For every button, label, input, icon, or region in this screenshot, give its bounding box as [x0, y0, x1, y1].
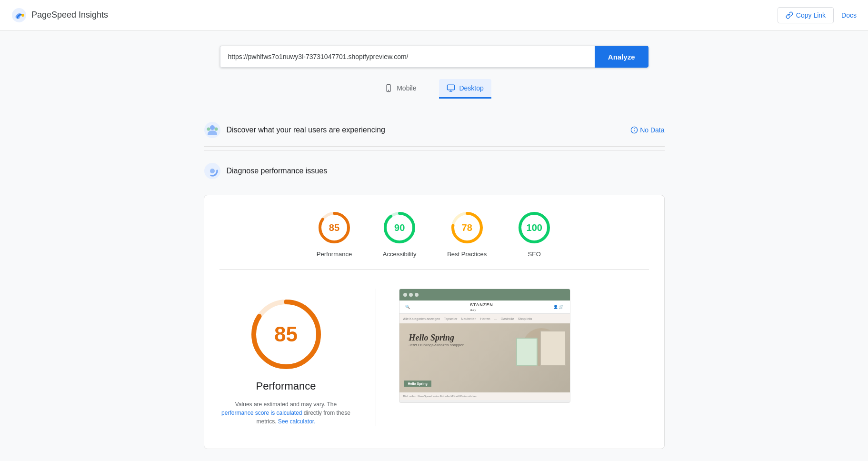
dot-1	[403, 293, 407, 297]
svg-point-9	[207, 128, 210, 131]
copy-link-label: Copy Link	[796, 11, 826, 19]
perf-left: 85 Performance Values are estimated and …	[219, 289, 353, 426]
tab-mobile-label: Mobile	[397, 84, 416, 92]
screenshot-logo: STANZENHey	[470, 302, 493, 312]
menu-item-2: Topseller	[444, 317, 457, 321]
hero-subtitle: Jetzt Frühlings-Stanzen shoppen	[409, 343, 465, 347]
dot-2	[409, 293, 413, 297]
menu-item-3: Neuheiten	[461, 317, 476, 321]
screenshot-footer-text: Bild zeilen: Neu-Speed suite Aktuelle Mö…	[403, 395, 478, 398]
score-item-seo[interactable]: 100 SEO	[517, 210, 551, 258]
svg-point-16	[210, 169, 215, 173]
perf-right: 🔍 STANZENHey 👤 🛒 Alle Kategorien anzeige…	[399, 289, 649, 403]
top-right: Copy Link Docs	[778, 7, 857, 23]
no-data-label: No Data	[640, 126, 664, 134]
url-bar-wrapper: https://pwhlfws7o1nuwy3l-73731047701.sho…	[220, 46, 649, 68]
section-divider-1	[204, 150, 665, 151]
menu-item-6: Gastrolle	[501, 317, 514, 321]
diagnose-title: Diagnose performance issues	[227, 167, 328, 175]
perf-divider	[376, 289, 376, 426]
svg-rect-4	[448, 85, 455, 90]
svg-point-8	[210, 125, 215, 130]
score-circle-seo: 100	[517, 210, 551, 245]
real-users-icon	[204, 121, 221, 139]
pagespeed-logo-icon	[11, 8, 27, 23]
screenshot-menu-bar: Alle Kategorien anzeigen Topseller Neuhe…	[399, 314, 570, 323]
big-score-number: 85	[274, 322, 298, 346]
perf-note-text: Values are estimated and may vary. The	[235, 401, 337, 408]
score-circle-performance: 85	[317, 210, 351, 245]
score-circle-best-practices: 78	[450, 210, 484, 245]
scores-row: 85 Performance 90 Accessibility	[219, 210, 649, 258]
menu-item-1: Alle Kategorien anzeigen	[403, 317, 440, 321]
dot-3	[415, 293, 419, 297]
score-item-accessibility[interactable]: 90 Accessibility	[382, 210, 417, 258]
main-content: https://pwhlfws7o1nuwy3l-73731047701.sho…	[196, 30, 672, 461]
perf-score-link[interactable]: performance score is calculated	[221, 410, 302, 416]
real-users-section: Discover what your real users are experi…	[204, 114, 665, 147]
site-screenshot: 🔍 STANZENHey 👤 🛒 Alle Kategorien anzeige…	[399, 289, 570, 403]
screenshot-icons: 👤 🛒	[553, 305, 564, 309]
screenshot-footer: Bild zeilen: Neu-Speed suite Aktuelle Mö…	[399, 392, 570, 400]
score-item-best-practices[interactable]: 78 Best Practices	[447, 210, 487, 258]
score-label-best-practices: Best Practices	[447, 251, 487, 258]
no-data-link[interactable]: No Data	[630, 126, 664, 134]
screenshot-header	[399, 289, 570, 301]
info-icon	[630, 126, 638, 134]
score-number-accessibility: 90	[394, 222, 405, 233]
scores-card: 85 Performance 90 Accessibility	[204, 195, 665, 449]
tab-desktop-label: Desktop	[459, 84, 483, 92]
score-number-seo: 100	[527, 222, 542, 233]
docs-link[interactable]: Docs	[841, 11, 857, 19]
url-input[interactable]: https://pwhlfws7o1nuwy3l-73731047701.sho…	[220, 46, 595, 68]
tabs-section: Mobile Desktop	[204, 79, 665, 99]
diagnose-left: Diagnose performance issues	[204, 162, 328, 180]
menu-item-5: ...	[494, 317, 497, 321]
perf-title: Performance	[256, 380, 316, 392]
logo-area: PageSpeed Insights	[11, 8, 108, 23]
url-bar-section: https://pwhlfws7o1nuwy3l-73731047701.sho…	[204, 46, 665, 68]
top-bar: PageSpeed Insights Copy Link Docs	[0, 0, 868, 30]
tab-mobile[interactable]: Mobile	[377, 79, 424, 99]
score-label-accessibility: Accessibility	[383, 251, 417, 258]
score-number-performance: 85	[329, 222, 339, 233]
hero-text-area: Hello Spring Jetzt Frühlings-Stanzen sho…	[409, 333, 465, 347]
tab-desktop[interactable]: Desktop	[439, 79, 491, 99]
screenshot-nav: 🔍 STANZENHey 👤 🛒	[399, 301, 570, 314]
scores-divider	[219, 269, 649, 270]
screenshot-search-icon: 🔍	[405, 305, 410, 309]
see-calculator-link[interactable]: See calculator.	[278, 418, 316, 425]
mobile-icon	[384, 84, 393, 92]
hero-title: Hello Spring	[409, 333, 465, 343]
menu-item-4: Herren	[480, 317, 490, 321]
big-score-circle: 85	[248, 296, 324, 372]
screenshot-card-1	[540, 331, 566, 366]
analyze-button[interactable]: Analyze	[595, 46, 649, 68]
app-title: PageSpeed Insights	[31, 10, 108, 20]
screenshot-card-2	[516, 338, 538, 366]
diagnose-icon	[204, 162, 221, 180]
diagnose-section-header: Diagnose performance issues	[204, 155, 665, 187]
real-users-left: Discover what your real users are experi…	[204, 121, 385, 139]
desktop-icon	[447, 84, 455, 92]
performance-detail: 85 Performance Values are estimated and …	[219, 281, 649, 433]
score-circle-accessibility: 90	[382, 210, 417, 245]
svg-point-10	[214, 128, 218, 131]
screenshot-badge: Hello Spring	[404, 381, 431, 387]
score-number-best-practices: 78	[462, 222, 472, 233]
svg-point-1	[21, 14, 24, 17]
score-label-performance: Performance	[317, 251, 352, 258]
score-item-performance[interactable]: 85 Performance	[317, 210, 352, 258]
screenshot-hero: Hello Spring Jetzt Frühlings-Stanzen sho…	[399, 323, 570, 392]
link-icon	[786, 11, 793, 19]
perf-note: Values are estimated and may vary. The p…	[219, 400, 353, 426]
real-users-title: Discover what your real users are experi…	[227, 126, 385, 134]
score-label-seo: SEO	[528, 251, 541, 258]
menu-item-7: Shop Info	[518, 317, 532, 321]
copy-link-button[interactable]: Copy Link	[778, 7, 834, 23]
